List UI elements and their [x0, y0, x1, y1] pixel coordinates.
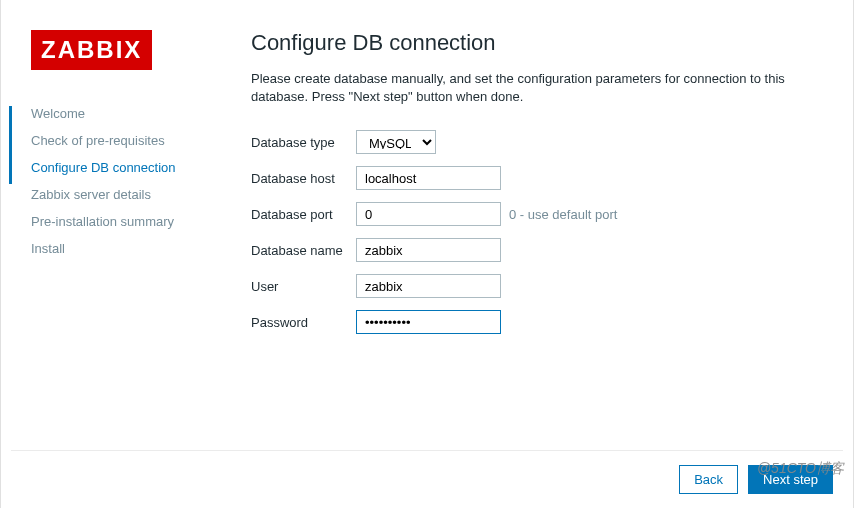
db-port-label: Database port [251, 207, 356, 222]
db-host-label: Database host [251, 171, 356, 186]
db-name-row: Database name [251, 238, 823, 262]
db-port-row: Database port 0 - use default port [251, 202, 823, 226]
db-name-label: Database name [251, 243, 356, 258]
db-password-label: Password [251, 315, 356, 330]
watermark: @51CTO博客 [757, 460, 844, 478]
footer: Back Next step [11, 450, 843, 508]
nav-step-server-details[interactable]: Zabbix server details [31, 181, 221, 208]
db-password-row: Password [251, 310, 823, 334]
db-user-row: User [251, 274, 823, 298]
db-user-input[interactable] [356, 274, 501, 298]
db-host-row: Database host [251, 166, 823, 190]
page-description: Please create database manually, and set… [251, 70, 823, 106]
db-type-label: Database type [251, 135, 356, 150]
back-button[interactable]: Back [679, 465, 738, 494]
zabbix-logo: ZABBIX [31, 30, 152, 70]
db-name-input[interactable] [356, 238, 501, 262]
setup-steps-nav: Welcome Check of pre-requisites Configur… [31, 100, 221, 262]
nav-step-welcome[interactable]: Welcome [31, 100, 221, 127]
nav-step-summary[interactable]: Pre-installation summary [31, 208, 221, 235]
db-password-input[interactable] [356, 310, 501, 334]
content-area: Configure DB connection Please create da… [231, 30, 843, 450]
sidebar: ZABBIX Welcome Check of pre-requisites C… [11, 30, 231, 450]
nav-step-db-connection[interactable]: Configure DB connection [31, 154, 221, 181]
db-type-row: Database type MySQL [251, 130, 823, 154]
nav-step-install[interactable]: Install [31, 235, 221, 262]
page-title: Configure DB connection [251, 30, 823, 56]
db-port-hint: 0 - use default port [509, 207, 617, 222]
db-user-label: User [251, 279, 356, 294]
db-host-input[interactable] [356, 166, 501, 190]
db-port-input[interactable] [356, 202, 501, 226]
db-type-select[interactable]: MySQL [356, 130, 436, 154]
nav-step-prerequisites[interactable]: Check of pre-requisites [31, 127, 221, 154]
